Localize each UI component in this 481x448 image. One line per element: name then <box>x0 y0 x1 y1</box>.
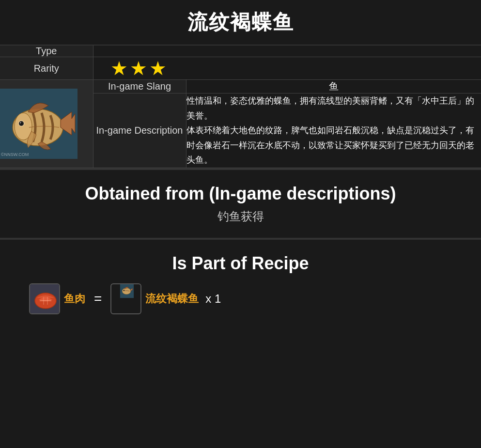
recipe-count: x 1 <box>202 292 221 306</box>
slang-row: ©NNSW.COM In-game Slang 鱼 <box>0 80 481 93</box>
watermark: ©NNSW.COM <box>1 152 29 157</box>
fish-meat-icon <box>29 283 60 314</box>
type-label: Type <box>0 46 93 57</box>
rarity-label: Rarity <box>0 57 93 80</box>
fish-meat-label: 鱼肉 <box>64 292 85 306</box>
description-text: 性情温和，姿态优雅的蝶鱼，拥有流线型的美丽背鳍，又有「水中王后」的美誉。体表环绕… <box>186 96 474 165</box>
recipe-row: 鱼肉 = 流纹褐蝶鱼 x 1 <box>10 283 471 314</box>
rarity-value: ★★★ <box>93 57 186 80</box>
slang-label: In-game Slang <box>93 80 186 93</box>
obtained-value: 钓鱼获得 <box>10 209 471 224</box>
fish-svg <box>0 89 78 159</box>
recipe-item-fish-meat: 鱼肉 <box>29 283 85 314</box>
butterflyfish-label: 流纹褐蝶鱼 <box>145 292 199 306</box>
obtained-section: Obtained from (In-game descriptions) 钓鱼获… <box>0 170 481 240</box>
butterflyfish-recipe-svg <box>111 284 141 314</box>
rarity-row: Rarity ★★★ <box>0 57 481 80</box>
description-label: In-game Description <box>93 93 186 168</box>
info-table: Type Rarity ★★★ <box>0 46 481 168</box>
recipe-equals: = <box>90 291 106 307</box>
fish-image-container: ©NNSW.COM <box>0 89 78 159</box>
slang-value: 鱼 <box>186 80 481 93</box>
obtained-title: Obtained from (In-game descriptions) <box>10 184 471 204</box>
page-title: 流纹褐蝶鱼 <box>5 9 476 36</box>
info-table-wrapper: Type Rarity ★★★ <box>0 46 481 170</box>
fish-image-cell: ©NNSW.COM <box>0 80 93 168</box>
svg-point-15 <box>124 290 124 291</box>
type-row: Type <box>0 46 481 57</box>
rarity-stars: ★★★ <box>110 58 169 79</box>
fish-meat-svg <box>30 284 60 314</box>
recipe-item-butterflyfish: 流纹褐蝶鱼 x 1 <box>110 283 221 314</box>
recipe-title: Is Part of Recipe <box>10 253 471 274</box>
page-title-bar: 流纹褐蝶鱼 <box>0 0 481 46</box>
svg-point-5 <box>20 122 21 123</box>
description-value: 性情温和，姿态优雅的蝶鱼，拥有流线型的美丽背鳍，又有「水中王后」的美誉。体表环绕… <box>186 93 481 168</box>
recipe-section: Is Part of Recipe 鱼肉 = <box>0 240 481 328</box>
type-value <box>93 46 186 57</box>
butterflyfish-icon <box>110 283 141 314</box>
